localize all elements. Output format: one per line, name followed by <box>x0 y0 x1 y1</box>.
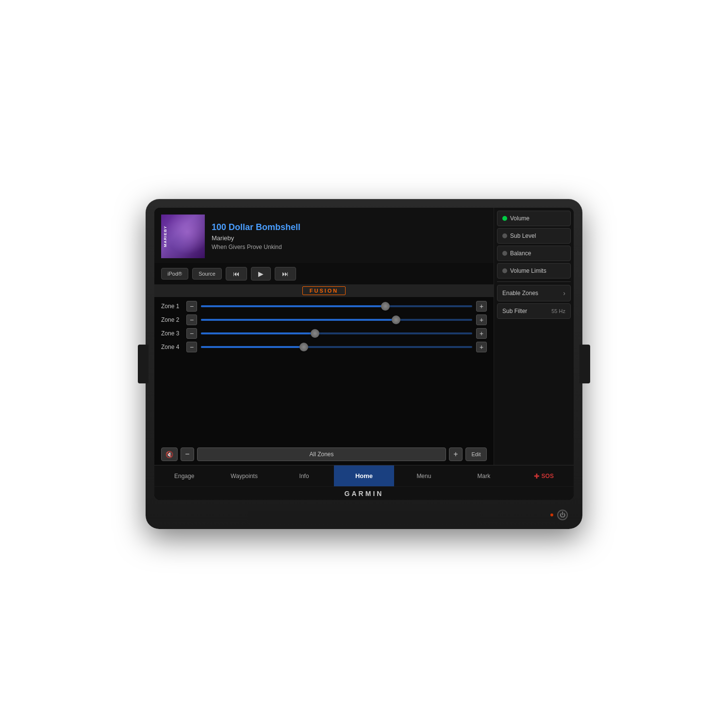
minus-icon: − <box>185 450 189 459</box>
all-zones-button[interactable]: All Zones <box>197 447 446 461</box>
bottom-nav: EngageWaypointsInfoHomeMenuMark✚SOS <box>154 465 574 486</box>
zone-2-slider[interactable] <box>201 319 472 321</box>
zone-2-label: Zone 2 <box>161 316 182 323</box>
zone-4-label: Zone 4 <box>161 344 182 350</box>
prev-button[interactable]: ⏮ <box>226 267 247 281</box>
zone-4-thumb[interactable] <box>299 343 308 351</box>
zone-1-label: Zone 1 <box>161 303 182 310</box>
sos-icon: ✚ <box>534 472 540 480</box>
plus-icon: + <box>453 450 458 459</box>
nav-label-home: Home <box>355 472 373 480</box>
zone-row: Zone 4−+ <box>161 342 487 352</box>
nav-item-info[interactable]: Info <box>274 465 334 486</box>
screen: MARIEBY 100 Dollar Bombshell Marieby Whe… <box>154 208 574 500</box>
track-title: 100 Dollar Bombshell <box>212 222 300 232</box>
nav-label-engage: Engage <box>174 473 194 480</box>
setting-label-1: Sub Level <box>510 232 536 239</box>
setting-arrow-4: › <box>563 289 565 297</box>
setting-label-4: Enable Zones <box>502 290 538 297</box>
garmin-bar: GARMIN <box>154 486 574 500</box>
nav-item-menu[interactable]: Menu <box>394 465 454 486</box>
track-album: When Givers Prove Unkind <box>212 244 300 250</box>
handle-right <box>579 345 590 383</box>
zone-row: Zone 2−+ <box>161 314 487 325</box>
mute-icon: 🔇 <box>165 451 173 458</box>
track-info: 100 Dollar Bombshell Marieby When Givers… <box>212 215 300 258</box>
edit-button[interactable]: Edit <box>465 447 487 461</box>
zone-3-label: Zone 3 <box>161 330 182 337</box>
zone-1-thumb[interactable] <box>381 302 390 311</box>
setting-value-5: 55 Hz <box>551 308 565 314</box>
nav-item-home[interactable]: Home <box>334 465 394 486</box>
play-button[interactable]: ▶ <box>251 267 271 281</box>
ipod-button[interactable]: iPod® <box>161 268 188 280</box>
nav-label-menu: Menu <box>416 473 431 480</box>
zone-row: Zone 3−+ <box>161 328 487 339</box>
nav-label-mark: Mark <box>477 473 490 480</box>
zone-3-slider[interactable] <box>201 332 472 334</box>
zone-1-plus[interactable]: + <box>476 301 487 312</box>
fusion-bar: FUSION <box>154 284 494 297</box>
zone-3-plus[interactable]: + <box>476 328 487 339</box>
nav-label-info: Info <box>299 473 309 480</box>
zone-3-minus[interactable]: − <box>186 328 197 339</box>
music-panel: MARIEBY 100 Dollar Bombshell Marieby Whe… <box>154 208 494 465</box>
album-art: MARIEBY <box>161 215 205 258</box>
garmin-device: MARIEBY 100 Dollar Bombshell Marieby Whe… <box>146 199 582 529</box>
zone-3-thumb[interactable] <box>311 329 319 338</box>
setting-item-2[interactable]: Balance <box>497 246 571 261</box>
now-playing-section: MARIEBY 100 Dollar Bombshell Marieby Whe… <box>154 208 494 263</box>
zones-area: Zone 1−+Zone 2−+Zone 3−+Zone 4−+ <box>154 297 494 446</box>
zone-2-minus[interactable]: − <box>186 314 197 325</box>
setting-dot-1 <box>502 233 507 238</box>
zone-1-slider[interactable] <box>201 305 472 307</box>
zone-row: Zone 1−+ <box>161 301 487 312</box>
controls-bar: iPod® Source ⏮ ▶ ⏭ <box>154 263 494 284</box>
zone-4-minus[interactable]: − <box>186 342 197 352</box>
setting-item-4[interactable]: Enable Zones› <box>497 285 571 301</box>
zone-2-thumb[interactable] <box>392 315 400 324</box>
album-art-text: MARIEBY <box>163 226 168 247</box>
sos-label: SOS <box>542 473 554 480</box>
power-area: ⏻ <box>550 510 568 520</box>
setting-label-0: Volume <box>510 215 529 222</box>
nav-item-sos[interactable]: ✚SOS <box>514 465 574 486</box>
device-stand <box>248 511 480 524</box>
settings-divider <box>497 281 571 282</box>
setting-item-3[interactable]: Volume Limits <box>497 263 571 279</box>
source-button[interactable]: Source <box>192 268 222 280</box>
handle-left <box>138 345 149 383</box>
all-zones-plus-button[interactable]: + <box>449 447 463 461</box>
power-button[interactable]: ⏻ <box>557 510 568 520</box>
mute-button[interactable]: 🔇 <box>161 447 178 461</box>
zone-4-slider[interactable] <box>201 346 472 348</box>
setting-dot-0 <box>502 216 507 221</box>
main-area: MARIEBY 100 Dollar Bombshell Marieby Whe… <box>154 208 574 465</box>
zone-1-minus[interactable]: − <box>186 301 197 312</box>
nav-label-waypoints: Waypoints <box>231 473 258 480</box>
zone-2-plus[interactable]: + <box>476 314 487 325</box>
setting-label-5: Sub Filter <box>502 308 527 314</box>
all-zones-minus-button[interactable]: − <box>181 447 194 461</box>
next-button[interactable]: ⏭ <box>275 267 296 281</box>
setting-label-3: Volume Limits <box>510 267 546 274</box>
fusion-logo: FUSION <box>302 286 346 295</box>
zone-4-plus[interactable]: + <box>476 342 487 352</box>
setting-item-1[interactable]: Sub Level <box>497 228 571 244</box>
nav-item-waypoints[interactable]: Waypoints <box>214 465 274 486</box>
setting-dot-2 <box>502 251 507 256</box>
track-artist: Marieby <box>212 234 300 242</box>
setting-item-0[interactable]: Volume <box>497 211 571 226</box>
setting-dot-3 <box>502 268 507 273</box>
power-indicator <box>550 513 553 516</box>
settings-panel: VolumeSub LevelBalanceVolume LimitsEnabl… <box>494 208 574 465</box>
nav-item-mark[interactable]: Mark <box>454 465 513 486</box>
setting-item-5[interactable]: Sub Filter55 Hz <box>497 303 571 319</box>
garmin-logo: GARMIN <box>345 490 384 497</box>
setting-label-2: Balance <box>510 250 531 257</box>
zone-bottom-bar: 🔇 − All Zones + Edit <box>154 446 494 465</box>
nav-item-engage[interactable]: Engage <box>154 465 214 486</box>
